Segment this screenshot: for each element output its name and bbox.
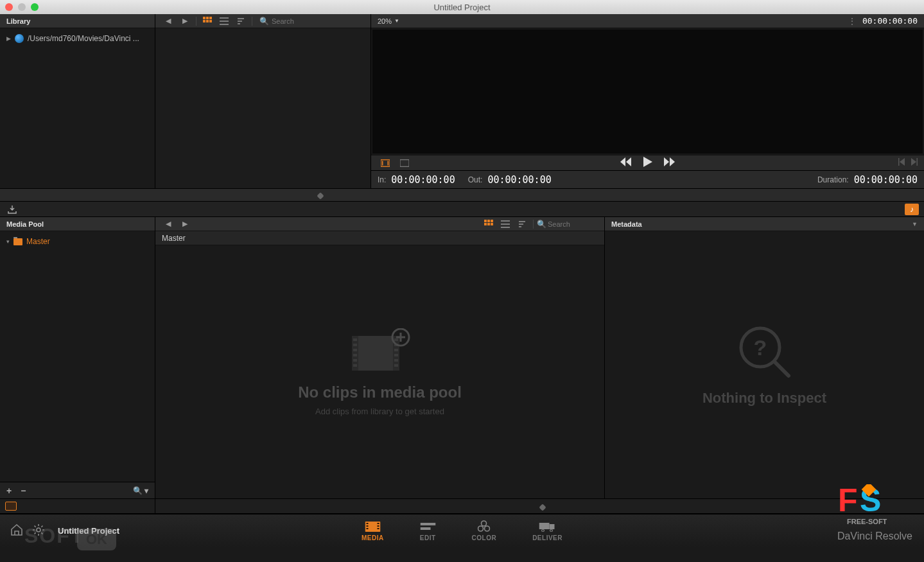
next-clip-button[interactable] [911, 158, 918, 168]
sort-options-button[interactable] [233, 15, 248, 27]
add-bin-button[interactable]: + [6, 486, 12, 496]
master-bin-row[interactable]: ▾ Master [6, 235, 148, 248]
svg-rect-65 [377, 528, 379, 529]
page-tab-color[interactable]: COLOR [472, 521, 497, 541]
svg-rect-15 [400, 159, 409, 166]
metadata-options-button[interactable]: ▼ [912, 221, 918, 227]
pool-footer-toolbar: + − 🔍 ▾ [0, 482, 155, 498]
project-name: Untitled Project [58, 526, 119, 536]
empty-metadata-state: ? Nothing to Inspect [605, 231, 924, 498]
pool-search-input[interactable] [548, 220, 599, 228]
library-path-label: /Users/md760/Movies/DaVinci ... [28, 34, 139, 43]
bottom-strip [0, 498, 924, 514]
browser-toolbar: ◀ ▶ 🔍 [155, 14, 370, 28]
svg-rect-66 [420, 523, 435, 525]
go-to-start-button[interactable] [620, 157, 632, 168]
folder-icon [13, 238, 22, 245]
match-frame-button[interactable] [378, 157, 393, 169]
middle-toolbar: ♪ [0, 202, 924, 217]
svg-point-74 [550, 529, 553, 532]
viewer-options-button[interactable]: ⋮ [848, 17, 856, 26]
out-timecode[interactable]: 00:00:00:00 [487, 174, 551, 186]
svg-rect-41 [353, 344, 357, 346]
pool-view-list-button[interactable] [498, 218, 513, 230]
master-bin-label: Master [26, 237, 50, 246]
svg-point-73 [542, 529, 545, 532]
safe-area-button[interactable] [397, 157, 412, 169]
pool-nav-back-button[interactable]: ◀ [161, 218, 176, 230]
audio-waveform-button[interactable]: ♪ [905, 204, 919, 215]
page-label: COLOR [472, 534, 497, 541]
svg-marker-16 [620, 157, 625, 166]
svg-rect-71 [539, 523, 550, 529]
page-label: EDIT [420, 534, 436, 541]
edit-page-icon [420, 521, 435, 532]
page-tab-edit[interactable]: EDIT [420, 521, 436, 541]
divider [196, 17, 196, 26]
filmstrip-plus-icon [348, 328, 412, 373]
pool-search-button[interactable]: 🔍 ▾ [133, 486, 148, 495]
svg-point-69 [478, 526, 484, 531]
svg-rect-5 [209, 20, 212, 22]
clip-list-toggle-button[interactable] [5, 502, 17, 511]
svg-rect-24 [917, 158, 918, 166]
minimize-window-button[interactable] [18, 3, 26, 11]
zoom-value: 20% [378, 17, 392, 25]
svg-rect-61 [366, 525, 368, 527]
viewer-timecode: 00:00:00:00 [862, 16, 918, 26]
svg-marker-20 [670, 157, 675, 166]
library-header: Library [0, 14, 155, 28]
page-navigation: Untitled Project MEDIA EDIT COLOR DELIVE… [0, 514, 924, 547]
browser-search-input[interactable] [272, 17, 362, 25]
view-grid-button[interactable] [200, 15, 215, 27]
empty-media-pool-state: No clips in media pool Add clips from li… [155, 245, 604, 498]
clip-grid-panel: ◀ ▶ 🔍 Master [155, 217, 605, 498]
divider [533, 220, 534, 229]
svg-rect-30 [491, 223, 493, 225]
empty-pool-subtitle: Add clips from library to get started [315, 407, 444, 416]
color-page-icon [478, 521, 491, 532]
svg-line-56 [774, 362, 789, 376]
go-to-end-button[interactable] [664, 157, 676, 168]
close-window-button[interactable] [5, 3, 13, 11]
nav-forward-button[interactable]: ▶ [177, 15, 193, 27]
pool-view-grid-button[interactable] [481, 218, 496, 230]
pool-sort-button[interactable] [514, 218, 530, 230]
window-titlebar: Untitled Project [0, 0, 924, 14]
nav-back-button[interactable]: ◀ [161, 15, 176, 27]
zoom-dropdown[interactable]: 20% ▼ [378, 17, 399, 25]
media-pool-panel: Media Pool ▾ Master + − 🔍 ▾ [0, 217, 155, 498]
play-button[interactable] [643, 157, 652, 169]
svg-rect-64 [377, 525, 379, 527]
library-path-row[interactable]: ▶ /Users/md760/Movies/DaVinci ... [6, 32, 148, 45]
deliver-page-icon [539, 521, 556, 532]
pool-nav-forward-button[interactable]: ▶ [177, 218, 193, 230]
svg-rect-60 [366, 523, 368, 524]
in-timecode[interactable]: 00:00:00:00 [391, 174, 455, 186]
svg-rect-43 [353, 354, 357, 356]
chevron-down-icon: ▾ [6, 238, 10, 245]
svg-rect-1 [206, 17, 209, 19]
view-list-button[interactable] [216, 15, 232, 27]
svg-rect-2 [209, 17, 212, 19]
import-media-button[interactable] [5, 204, 19, 215]
home-button[interactable] [10, 524, 23, 538]
scrub-handle[interactable] [317, 192, 324, 199]
prev-clip-button[interactable] [898, 158, 905, 168]
thumbnail-size-handle[interactable] [539, 504, 546, 511]
maximize-window-button[interactable] [31, 3, 39, 11]
chevron-down-icon: ▼ [394, 18, 399, 24]
settings-button[interactable] [32, 523, 45, 538]
page-tab-deliver[interactable]: DELIVER [532, 521, 562, 541]
pool-breadcrumb[interactable]: Master [155, 231, 604, 245]
svg-rect-29 [487, 223, 490, 225]
chevron-right-icon: ▶ [6, 35, 11, 42]
svg-rect-50 [394, 359, 398, 362]
search-icon: 🔍 [259, 17, 269, 26]
scrub-strip[interactable] [0, 189, 924, 202]
viewer-canvas[interactable] [372, 30, 923, 154]
duration-timecode: 00:00:00:00 [854, 174, 918, 186]
svg-rect-49 [394, 354, 398, 356]
page-tab-media[interactable]: MEDIA [362, 521, 384, 541]
remove-bin-button[interactable]: − [21, 486, 26, 496]
